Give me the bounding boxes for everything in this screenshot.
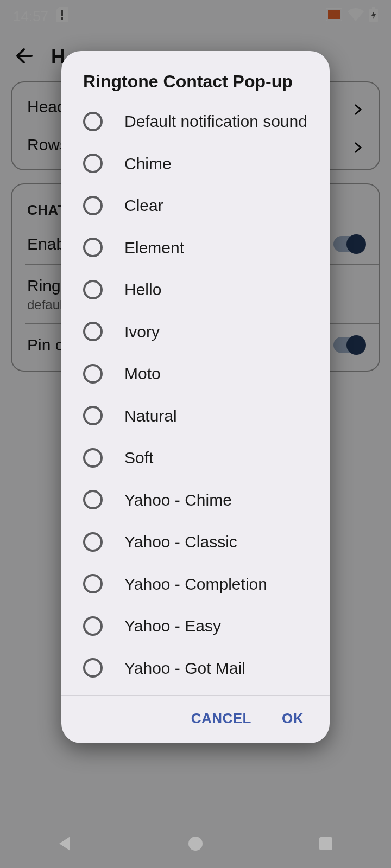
option-label: Element — [124, 238, 184, 258]
option-label: Hello — [124, 279, 161, 300]
radio-icon — [83, 364, 103, 384]
radio-icon — [83, 616, 103, 636]
option-label: Chime — [124, 154, 172, 174]
ringtone-option[interactable]: Yahoo - Easy — [61, 605, 330, 647]
option-label: Default notification sound — [124, 111, 307, 132]
ringtone-option[interactable]: Chime — [61, 143, 330, 185]
radio-icon — [83, 322, 103, 341]
radio-icon — [83, 112, 103, 131]
option-label: Moto — [124, 363, 161, 384]
ringtone-dialog: Ringtone Contact Pop-up Default notifica… — [61, 51, 330, 743]
ringtone-option[interactable]: Moto — [61, 353, 330, 395]
system-nav-bar — [0, 821, 391, 868]
ringtone-options: Default notification sound Chime Clear E… — [61, 97, 330, 695]
radio-icon — [83, 238, 103, 257]
option-label: Soft — [124, 448, 153, 468]
ringtone-option[interactable]: Ivory — [61, 311, 330, 353]
ringtone-option[interactable]: Element — [61, 227, 330, 269]
option-label: Yahoo - Got Mail — [124, 658, 245, 679]
ok-button[interactable]: OK — [282, 710, 304, 727]
radio-icon — [83, 574, 103, 593]
dialog-button-bar: CANCEL OK — [61, 695, 330, 743]
nav-back-icon[interactable] — [56, 834, 74, 855]
radio-icon — [83, 196, 103, 215]
radio-icon — [83, 658, 103, 678]
radio-icon — [83, 406, 103, 425]
radio-icon — [83, 532, 103, 552]
ringtone-option[interactable]: Yahoo - Classic — [61, 521, 330, 563]
option-label: Yahoo - Chime — [124, 490, 232, 510]
radio-icon — [83, 280, 103, 299]
radio-icon — [83, 448, 103, 468]
option-label: Ivory — [124, 322, 160, 342]
ringtone-option[interactable]: Natural — [61, 395, 330, 437]
ringtone-option[interactable]: Soft — [61, 437, 330, 479]
option-label: Yahoo - Easy — [124, 616, 221, 636]
cancel-button[interactable]: CANCEL — [191, 710, 251, 727]
svg-point-6 — [188, 837, 203, 851]
ringtone-option[interactable]: Hello — [61, 269, 330, 311]
option-label: Natural — [124, 406, 177, 426]
ringtone-option[interactable]: Default notification sound — [61, 100, 330, 143]
dialog-title: Ringtone Contact Pop-up — [61, 51, 330, 97]
option-label: Yahoo - Completion — [124, 574, 267, 595]
radio-icon — [83, 154, 103, 173]
nav-recent-icon[interactable] — [317, 834, 335, 855]
svg-rect-7 — [319, 837, 332, 850]
ringtone-option[interactable]: Yahoo - Got Mail — [61, 647, 330, 690]
ringtone-option[interactable]: Yahoo - Completion — [61, 563, 330, 605]
nav-home-icon[interactable] — [186, 834, 205, 855]
ringtone-option[interactable]: Clear — [61, 184, 330, 227]
radio-icon — [83, 490, 103, 509]
ringtone-option[interactable]: Yahoo - Chime — [61, 479, 330, 521]
option-label: Clear — [124, 195, 163, 216]
option-label: Yahoo - Classic — [124, 532, 237, 552]
